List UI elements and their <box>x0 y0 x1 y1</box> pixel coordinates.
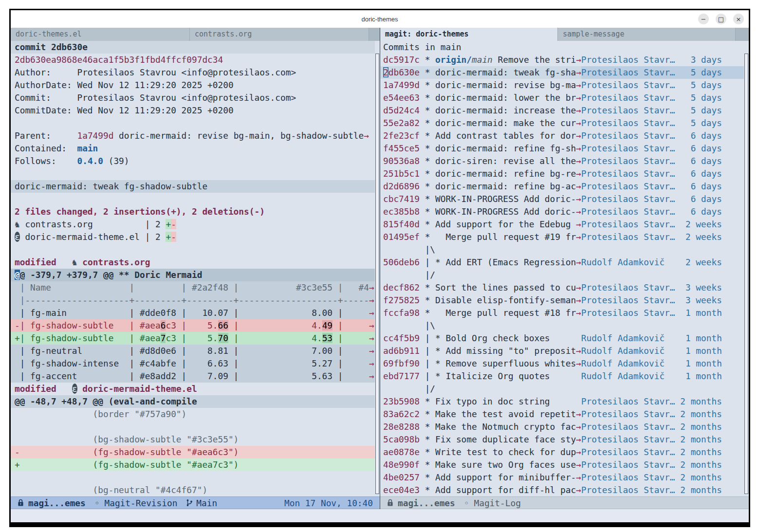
revision-line[interactable]: modified ♞ contrasts.org <box>11 256 375 269</box>
left-tabline: doric-themes.el contrasts.org <box>11 28 380 41</box>
modeline-branch-name[interactable]: Main <box>196 498 217 508</box>
revision-line[interactable]: Contained: main <box>11 142 375 155</box>
magit-revision-buffer[interactable]: commit 2db630e2db630ea9868e46aca1f5b3f1f… <box>11 41 375 496</box>
log-row-1a7499d[interactable]: 1a7499d * doric-mermaid: revise bg-ma→Pr… <box>380 79 744 92</box>
revision-line[interactable]: - (fg-shadow-subtle "#aea6c3") <box>11 446 375 459</box>
log-row-251b5c1[interactable]: 251b5c1 * doric-mermaid: refine bg-re→Pr… <box>380 167 744 180</box>
log-row-ebd7177[interactable]: ebd7177 | * Italicize Org quotes Rudolf … <box>380 370 744 383</box>
revision-line[interactable] <box>11 421 375 433</box>
revision-line[interactable]: | fg-main | #dde0f8 | 10.07 | 8.00 | → <box>11 307 375 319</box>
log-row-83a62c2[interactable]: 83a62c2 * Make the test avoid repetit→Pr… <box>380 408 744 421</box>
revision-line[interactable]: CommitDate: Wed Nov 12 11:29:20 2025 +02… <box>11 104 375 117</box>
revision-line[interactable] <box>11 243 375 256</box>
log-row-cbc7419[interactable]: cbc7419 * WORK-IN-PROGRESS Add doric-→Pr… <box>380 193 744 205</box>
revision-line[interactable]: ♞ contrasts.org | 2 +- <box>11 218 375 231</box>
log-row-4be0257[interactable]: 4be0257 * Add support for minibuffer-→Pr… <box>380 471 744 484</box>
log-graph-row[interactable]: |\ <box>380 243 744 256</box>
log-graph-row[interactable]: |/ <box>380 269 744 281</box>
right-tabline: magit: doric-themes sample-message <box>380 28 749 41</box>
revision-line[interactable] <box>11 193 375 205</box>
revision-line[interactable]: Parent: 1a7499d doric-mermaid: revise bg… <box>11 129 375 142</box>
tab-magit-doric-themes[interactable]: magit: doric-themes <box>380 28 558 41</box>
revision-line[interactable] <box>11 117 375 129</box>
log-row-f275825[interactable]: f275825 * Disable elisp-fontify-seman→Pr… <box>380 294 744 307</box>
log-row-ece04e3[interactable]: ece04e3 * Add support for diff-hl pac→Pr… <box>380 484 744 496</box>
revision-line[interactable]: @@ -48,7 +48,7 @@ (eval-and-compile <box>11 395 375 408</box>
magit-log-buffer[interactable]: Commits in maindc5917c * origin/main Rem… <box>380 41 744 496</box>
revision-line[interactable]: +| fg-shadow-subtle | #aea7c3 | 5.70 | 4… <box>11 332 375 345</box>
revision-line[interactable]: (border "#757a90") <box>11 408 375 421</box>
revision-line[interactable]: @@ -379,7 +379,7 @@ ** Doric Mermaid <box>11 269 375 281</box>
log-header[interactable]: Commits in main <box>380 41 744 54</box>
revision-line[interactable]: AuthorDate: Wed Nov 12 11:29:20 2025 +02… <box>11 79 375 92</box>
revision-line[interactable]: | fg-shadow-intense | #c4abfe | 6.63 | 5… <box>11 357 375 370</box>
revision-line[interactable]: | Name | | #2a2f48 | #3c3e55 | #4→ <box>11 281 375 294</box>
log-row-ec385b8[interactable]: ec385b8 * WORK-IN-PROGRESS Add doric-→Pr… <box>380 205 744 218</box>
right-modeline[interactable]: magi...emes ◦ Magit-Log <box>380 496 749 509</box>
window-right: magit: doric-themes sample-message Commi… <box>380 28 749 509</box>
log-row-ad6b911[interactable]: ad6b911 | * Add missing "to" preposit→Ru… <box>380 345 744 357</box>
tab-doric-themes-el[interactable]: doric-themes.el <box>11 28 190 41</box>
modeline-major-mode[interactable]: Magit-Revision <box>104 498 177 508</box>
modeline-buffer-name[interactable]: magi...emes <box>28 498 86 508</box>
log-row-506deb6[interactable]: 506deb6 | * Add ERT (Emacs Regression→Ru… <box>380 256 744 269</box>
left-scrollbar-thumb[interactable] <box>375 54 379 494</box>
log-author-date: Protesilaos Stavr… 6 days <box>581 129 744 142</box>
log-row-f455ce5[interactable]: f455ce5 * doric-mermaid: refine fg-sh→Pr… <box>380 142 744 155</box>
revision-line[interactable]: Author: Protesilaos Stavrou <info@protes… <box>11 66 375 79</box>
log-row-48e990f[interactable]: 48e990f * Make sure two Org faces use→Pr… <box>380 459 744 471</box>
log-row-ae0878e[interactable]: ae0878e * Write test to check for dup→Pr… <box>380 446 744 459</box>
titlebar[interactable]: doric-themes − □ × <box>11 10 749 28</box>
lock-icon <box>387 499 393 507</box>
log-row-28e8288[interactable]: 28e8288 * Make the Notmuch crypto fac→Pr… <box>380 421 744 433</box>
log-row-23b5908[interactable]: 23b5908 * Fix typo in doc string Protesi… <box>380 395 744 408</box>
revision-line[interactable]: 2db630ea9868e46aca1f5b3f1fbd4ffcf097dc34 <box>11 54 375 66</box>
log-row-01495ef[interactable]: 01495ef * Merge pull request #19 fr→Prot… <box>380 231 744 243</box>
revision-line[interactable]: modified ε doric-mermaid-theme.el <box>11 383 375 395</box>
revision-line[interactable]: ε doric-mermaid-theme.el | 2 +- <box>11 231 375 243</box>
log-row-dc5917c[interactable]: dc5917c * origin/main Remove the stri→Pr… <box>380 54 744 66</box>
revision-line[interactable]: + (fg-shadow-subtle "#aea7c3") <box>11 459 375 471</box>
log-graph-row[interactable]: |\ <box>380 319 744 332</box>
log-row-5ca098b[interactable]: 5ca098b * Fix some duplicate face sty→Pr… <box>380 433 744 446</box>
revision-line[interactable]: -| fg-shadow-subtle | #aea6c3 | 5.66 | 4… <box>11 319 375 332</box>
log-row-fccfa98[interactable]: fccfa98 * Merge pull request #18 fr→Prot… <box>380 307 744 319</box>
revision-line[interactable]: | fg-neutral | #d8d0e6 | 8.81 | 7.00 | → <box>11 345 375 357</box>
revision-line[interactable]: 2 files changed, 2 insertions(+), 2 dele… <box>11 205 375 218</box>
modeline-buffer-name[interactable]: magi...emes <box>398 498 455 508</box>
log-row-2db630e[interactable]: 2db630e * doric-mermaid: tweak fg-sha→Pr… <box>380 66 744 79</box>
log-row-e54ee63[interactable]: e54ee63 * doric-mermaid: lower the br→Pr… <box>380 92 744 104</box>
revision-line[interactable]: (bg-neutral "#4c4f67") <box>11 484 375 496</box>
revision-line[interactable]: |--------------------+---------+--------… <box>11 294 375 307</box>
log-row-2fe23cf[interactable]: 2fe23cf * Add contrast tables for dor→Pr… <box>380 129 744 142</box>
log-row-cc4f5b9[interactable]: cc4f5b9 | * Bold Org check boxes Rudolf … <box>380 332 744 345</box>
tab-contrasts-org[interactable]: contrasts.org <box>190 28 369 41</box>
revision-line[interactable]: doric-mermaid: tweak fg-shadow-subtle <box>11 180 375 193</box>
revision-line[interactable]: commit 2db630e <box>11 41 375 54</box>
log-graph-row[interactable]: |/ <box>380 383 744 395</box>
log-row-55e2a82[interactable]: 55e2a82 * doric-mermaid: make the cur→Pr… <box>380 117 744 129</box>
revision-line[interactable]: (bg-shadow-subtle "#3c3e55") <box>11 433 375 446</box>
maximize-icon[interactable]: □ <box>716 14 726 24</box>
revision-line[interactable] <box>11 167 375 180</box>
log-row-d2d6896[interactable]: d2d6896 * doric-mermaid: refine bg-ac→Pr… <box>380 180 744 193</box>
minimize-icon[interactable]: − <box>698 14 709 24</box>
right-scrollbar-thumb[interactable] <box>744 54 748 494</box>
log-row-d5d24c4[interactable]: d5d24c4 * doric-mermaid: increase the→Pr… <box>380 104 744 117</box>
revision-line[interactable]: Follows: 0.4.0 (39) <box>11 155 375 167</box>
left-scrollbar[interactable] <box>375 41 380 496</box>
modeline-separator: ◦ <box>464 498 469 508</box>
log-row-decf862[interactable]: decf862 * Sort the lines passed to cu→Pr… <box>380 281 744 294</box>
revision-line[interactable]: | fg-accent | #e8add2 | 7.09 | 5.63 | → <box>11 370 375 383</box>
log-row-815f40d[interactable]: 815f40d * Add support for the Edebug →Pr… <box>380 218 744 231</box>
left-modeline[interactable]: magi...emes ◦ Magit-Revision Main Mon 17… <box>11 496 380 509</box>
close-icon[interactable]: × <box>733 14 744 24</box>
revision-line[interactable] <box>11 471 375 484</box>
revision-line[interactable]: Commit: Protesilaos Stavrou <info@protes… <box>11 92 375 104</box>
tab-sample-message[interactable]: sample-message <box>558 28 736 41</box>
echo-area[interactable] <box>11 509 749 522</box>
log-row-90536a8[interactable]: 90536a8 * doric-siren: revise all the→Pr… <box>380 155 744 167</box>
right-scrollbar[interactable] <box>744 41 749 496</box>
modeline-major-mode[interactable]: Magit-Log <box>474 498 520 508</box>
log-row-69fbf90[interactable]: 69fbf90 | * Remove superfluous whites→Ru… <box>380 357 744 370</box>
